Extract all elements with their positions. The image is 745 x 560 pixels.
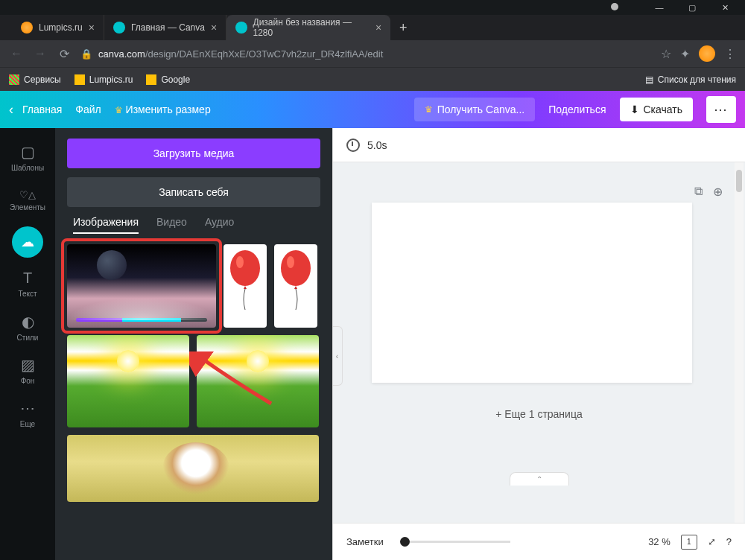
- share-button[interactable]: Поделиться: [548, 104, 606, 115]
- side-rail: ▢Шаблоны ♡△Элементы ☁ TТекст ◐Стили ▨Фон…: [0, 128, 55, 560]
- rail-more[interactable]: ⋯Еще: [0, 392, 55, 435]
- page-actions: ⧉ ⊕: [694, 185, 723, 199]
- annotation-highlight: [61, 238, 222, 334]
- canvas-toolbar: 5.0s: [333, 128, 745, 162]
- duplicate-page-icon[interactable]: ⧉: [694, 185, 703, 199]
- back-button[interactable]: ←: [9, 47, 24, 60]
- forward-button[interactable]: →: [33, 47, 48, 60]
- thumbnail-grass-2[interactable]: [197, 335, 319, 427]
- collapse-panel-button[interactable]: ‹: [333, 326, 343, 386]
- extensions-icon[interactable]: ✦: [680, 47, 690, 61]
- svg-point-2: [281, 250, 311, 286]
- bookmark-lumpics[interactable]: Lumpics.ru: [74, 74, 133, 85]
- expand-pages-button[interactable]: ⌃: [510, 472, 569, 486]
- favicon-orange-icon: [21, 22, 33, 34]
- notes-button[interactable]: Заметки: [346, 536, 384, 547]
- text-icon: T: [23, 270, 32, 287]
- styles-icon: ◐: [22, 313, 34, 331]
- new-tab-button[interactable]: +: [390, 20, 416, 36]
- bookmarks-bar: Сервисы Lumpics.ru Google ▤Список для чт…: [0, 67, 745, 91]
- maximize-button[interactable]: ▢: [676, 1, 708, 14]
- home-link[interactable]: Главная: [22, 104, 62, 115]
- bookmark-google[interactable]: Google: [146, 74, 190, 85]
- tab-audio[interactable]: Аудио: [205, 216, 235, 234]
- uploads-panel: Загрузить медиа Записать себя Изображени…: [55, 128, 332, 560]
- download-button[interactable]: ⬇Скачать: [620, 98, 694, 121]
- folder-icon: [74, 74, 85, 85]
- vertical-scrollbar[interactable]: [735, 162, 744, 523]
- rail-styles[interactable]: ◐Стили: [0, 305, 55, 349]
- rail-uploads[interactable]: ☁: [12, 226, 43, 258]
- resize-button[interactable]: ♛ Изменить размер: [115, 104, 211, 115]
- background-icon: ▨: [21, 356, 35, 374]
- tab-title: Дизайн без названия — 1280: [253, 17, 370, 38]
- file-menu[interactable]: Файл: [75, 104, 101, 115]
- canva-toolbar: ‹ Главная Файл ♛ Изменить размер ♛Получи…: [0, 91, 745, 128]
- more-icon: ⋯: [20, 399, 35, 417]
- browser-tabs: Lumpics.ru × Главная — Canva × Дизайн бе…: [0, 15, 745, 40]
- svg-point-0: [230, 250, 260, 286]
- reload-button[interactable]: ⟳: [57, 47, 72, 61]
- add-page-icon[interactable]: ⊕: [713, 185, 723, 199]
- list-icon: ▤: [645, 74, 653, 85]
- zoom-value[interactable]: 32 %: [648, 536, 670, 547]
- uploads-gallery: [67, 244, 320, 502]
- browser-tab-lumpics[interactable]: Lumpics.ru ×: [12, 15, 104, 40]
- templates-icon: ▢: [21, 143, 35, 161]
- main-area: ▢Шаблоны ♡△Элементы ☁ TТекст ◐Стили ▨Фон…: [0, 128, 745, 560]
- incognito-dot-icon: [611, 3, 618, 10]
- crown-icon: ♛: [425, 104, 433, 115]
- more-menu-button[interactable]: ⋯: [706, 96, 736, 123]
- fullscreen-icon[interactable]: ⤢: [708, 536, 716, 547]
- crown-icon: ♛: [115, 105, 123, 115]
- tab-title: Главная — Canva: [131, 22, 205, 33]
- thumbnail-balloon-1[interactable]: [224, 244, 267, 328]
- bookmark-services[interactable]: Сервисы: [9, 74, 61, 85]
- page-count-button[interactable]: 1: [681, 535, 697, 550]
- thumbnail-dog[interactable]: [67, 435, 319, 502]
- download-icon: ⬇: [630, 104, 639, 115]
- svg-point-1: [236, 256, 244, 268]
- close-tab-icon[interactable]: ×: [375, 22, 381, 34]
- close-window-button[interactable]: ✕: [709, 1, 741, 14]
- bookmark-star-icon[interactable]: ☆: [661, 47, 671, 61]
- canvas-viewport[interactable]: ‹ ⧉ ⊕ + Еще 1 страница ⌃: [333, 162, 745, 523]
- timer-icon[interactable]: [346, 139, 360, 152]
- get-pro-button[interactable]: ♛Получить Canva...: [414, 98, 536, 121]
- svg-point-3: [287, 256, 294, 268]
- apps-icon: [9, 74, 19, 85]
- elements-icon: ♡△: [19, 189, 36, 200]
- window-titlebar: — ▢ ✕: [0, 0, 745, 15]
- close-tab-icon[interactable]: ×: [89, 22, 95, 34]
- url-bar: ← → ⟳ 🔒 canva.com/design/DAEnXEqhXxE/O3T…: [0, 40, 745, 67]
- canvas-footer: Заметки 32 % 1 ⤢ ?: [333, 523, 745, 560]
- media-tabs: Изображения Видео Аудио: [67, 216, 320, 234]
- tab-video[interactable]: Видео: [156, 216, 187, 234]
- help-icon[interactable]: ?: [726, 536, 732, 547]
- thumbnail-balloon-2[interactable]: [274, 244, 317, 328]
- tab-images[interactable]: Изображения: [73, 216, 139, 234]
- rail-elements[interactable]: ♡△Элементы: [0, 179, 55, 222]
- cloud-upload-icon: ☁: [21, 234, 34, 250]
- favicon-canva-icon: [235, 22, 247, 34]
- lock-icon: 🔒: [80, 48, 92, 60]
- thumbnail-grass-1[interactable]: [67, 335, 189, 427]
- zoom-slider[interactable]: [400, 541, 511, 543]
- design-page[interactable]: [372, 203, 692, 383]
- reading-list-button[interactable]: ▤Список для чтения: [645, 74, 736, 85]
- record-yourself-button[interactable]: Записать себя: [67, 177, 320, 207]
- browser-tab-canva-home[interactable]: Главная — Canva ×: [104, 15, 226, 40]
- url-domain: canva.com: [98, 48, 145, 60]
- minimize-button[interactable]: —: [644, 1, 675, 14]
- back-chevron-icon[interactable]: ‹: [9, 102, 13, 118]
- close-tab-icon[interactable]: ×: [211, 22, 217, 34]
- profile-avatar[interactable]: [699, 45, 715, 62]
- rail-templates[interactable]: ▢Шаблоны: [0, 136, 55, 179]
- browser-menu-icon[interactable]: ⋮: [724, 47, 736, 61]
- address-field[interactable]: 🔒 canva.com/design/DAEnXEqhXxE/O3TwC7vh2…: [80, 48, 652, 60]
- browser-tab-design[interactable]: Дизайн без названия — 1280 ×: [226, 15, 390, 40]
- rail-background[interactable]: ▨Фон: [0, 349, 55, 392]
- rail-text[interactable]: TТекст: [0, 262, 55, 305]
- upload-media-button[interactable]: Загрузить медиа: [67, 139, 320, 168]
- add-page-button[interactable]: + Еще 1 страница: [495, 408, 582, 420]
